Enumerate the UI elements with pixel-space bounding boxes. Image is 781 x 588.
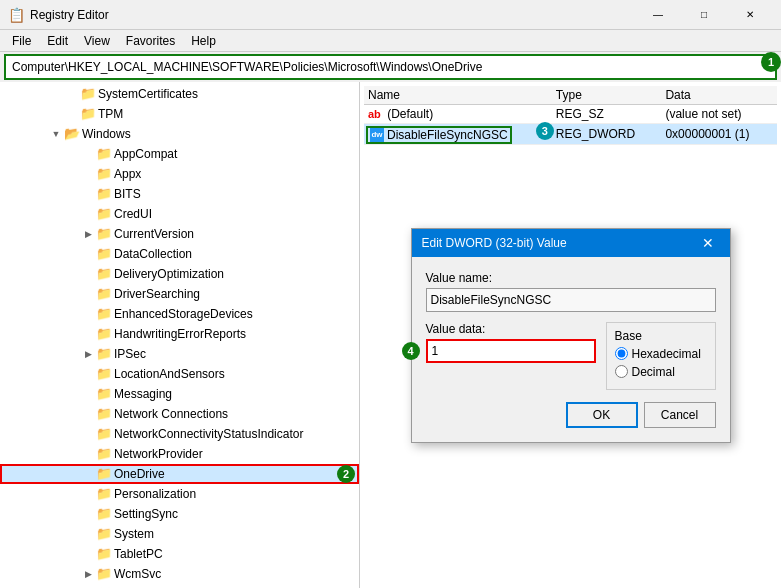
menu-file[interactable]: File bbox=[4, 32, 39, 50]
radio-hexadecimal[interactable]: Hexadecimal bbox=[615, 347, 707, 361]
tree-item-windows[interactable]: ▼ 📂 Windows bbox=[0, 124, 359, 144]
base-group: Base Hexadecimal Decimal bbox=[606, 322, 716, 390]
menu-view[interactable]: View bbox=[76, 32, 118, 50]
expand-icon bbox=[80, 266, 96, 282]
tree-item-locationandsensors[interactable]: 📁 LocationAndSensors bbox=[0, 364, 359, 384]
tree-item-deliveryoptimization[interactable]: 📁 DeliveryOptimization bbox=[0, 264, 359, 284]
tree-item-appcompat[interactable]: 📁 AppCompat bbox=[0, 144, 359, 164]
expand-icon bbox=[80, 406, 96, 422]
expand-icon bbox=[80, 246, 96, 262]
tree-item-networkprovider[interactable]: 📁 NetworkProvider bbox=[0, 444, 359, 464]
close-button[interactable]: ✕ bbox=[727, 0, 773, 30]
expand-icon bbox=[80, 286, 96, 302]
tree-item-personalization[interactable]: 📁 Personalization bbox=[0, 484, 359, 504]
expand-icon bbox=[80, 426, 96, 442]
expand-icon bbox=[80, 326, 96, 342]
folder-icon: 📁 bbox=[80, 86, 96, 102]
folder-icon: 📁 bbox=[80, 106, 96, 122]
tree-item-windows-search[interactable]: 📁 Windows Search bbox=[0, 584, 359, 588]
folder-open-icon: 📂 bbox=[64, 126, 80, 142]
folder-icon: 📁 bbox=[96, 206, 112, 222]
folder-icon: 📁 bbox=[96, 546, 112, 562]
registry-values-panel: Name Type Data ab (Default) REG_SZ (valu… bbox=[360, 82, 781, 588]
folder-icon: 📁 bbox=[96, 526, 112, 542]
expand-icon bbox=[80, 366, 96, 382]
tree-item-bits[interactable]: 📁 BITS bbox=[0, 184, 359, 204]
tree-item-wcmsvc[interactable]: ▶ 📁 WcmSvc bbox=[0, 564, 359, 584]
value-data-input[interactable] bbox=[426, 339, 596, 363]
tree-item-tpm[interactable]: 📁 TPM bbox=[0, 104, 359, 124]
folder-icon: 📁 bbox=[96, 226, 112, 242]
address-path: Computer\HKEY_LOCAL_MACHINE\SOFTWARE\Pol… bbox=[12, 60, 769, 74]
value-name-label: Value name: bbox=[426, 271, 716, 285]
tree-item-networkconnectivitystatusindicator[interactable]: 📁 NetworkConnectivityStatusIndicator bbox=[0, 424, 359, 444]
maximize-button[interactable]: □ bbox=[681, 0, 727, 30]
decimal-label: Decimal bbox=[632, 365, 675, 379]
edit-dword-dialog: Edit DWORD (32-bit) Value ✕ Value name: … bbox=[411, 228, 731, 443]
expand-icon bbox=[80, 546, 96, 562]
expand-icon bbox=[80, 526, 96, 542]
folder-icon: 📁 bbox=[96, 426, 112, 442]
tree-item-settingsync[interactable]: 📁 SettingSync bbox=[0, 504, 359, 524]
window-title: Registry Editor bbox=[30, 8, 109, 22]
address-bar: Computer\HKEY_LOCAL_MACHINE\SOFTWARE\Pol… bbox=[4, 54, 777, 80]
tree-item-tabletpc[interactable]: 📁 TabletPC bbox=[0, 544, 359, 564]
folder-icon: 📁 bbox=[96, 146, 112, 162]
expand-icon: ▶ bbox=[80, 566, 96, 582]
registry-tree[interactable]: 📁 SystemCertificates 📁 TPM ▼ 📂 Windows 📁… bbox=[0, 82, 360, 588]
expand-icon bbox=[80, 446, 96, 462]
window-controls: — □ ✕ bbox=[635, 0, 773, 30]
folder-icon: 📁 bbox=[96, 306, 112, 322]
hexadecimal-radio[interactable] bbox=[615, 347, 628, 360]
main-content: 📁 SystemCertificates 📁 TPM ▼ 📂 Windows 📁… bbox=[0, 82, 781, 588]
decimal-radio[interactable] bbox=[615, 365, 628, 378]
folder-icon: 📁 bbox=[96, 406, 112, 422]
dialog-body: Value name: Value data: 4 Base bbox=[412, 257, 730, 442]
expand-icon bbox=[80, 206, 96, 222]
title-bar: 📋 Registry Editor — □ ✕ bbox=[0, 0, 781, 30]
tree-item-datacollection[interactable]: 📁 DataCollection bbox=[0, 244, 359, 264]
menu-edit[interactable]: Edit bbox=[39, 32, 76, 50]
menu-favorites[interactable]: Favorites bbox=[118, 32, 183, 50]
folder-icon: 📁 bbox=[96, 486, 112, 502]
folder-icon: 📁 bbox=[96, 446, 112, 462]
folder-icon: 📁 bbox=[96, 326, 112, 342]
tree-item-driversearching[interactable]: 📁 DriverSearching bbox=[0, 284, 359, 304]
tree-item-currentversion[interactable]: ▶ 📁 CurrentVersion bbox=[0, 224, 359, 244]
dialog-data-row: Value data: 4 Base Hexadecimal bbox=[426, 322, 716, 390]
tree-item-appx[interactable]: 📁 Appx bbox=[0, 164, 359, 184]
value-name-input[interactable] bbox=[426, 288, 716, 312]
expand-icon: ▶ bbox=[80, 346, 96, 362]
folder-icon: 📁 bbox=[96, 166, 112, 182]
menu-bar: File Edit View Favorites Help bbox=[0, 30, 781, 52]
folder-icon: 📁 bbox=[96, 566, 112, 582]
tree-item-credui[interactable]: 📁 CredUI bbox=[0, 204, 359, 224]
expand-icon: ▼ bbox=[48, 126, 64, 142]
tree-item-system[interactable]: 📁 System bbox=[0, 524, 359, 544]
expand-icon bbox=[80, 186, 96, 202]
tree-item-onedrive[interactable]: 📁 OneDrive bbox=[0, 464, 359, 484]
tree-item-handwritingerrorreports[interactable]: 📁 HandwritingErrorReports bbox=[0, 324, 359, 344]
menu-help[interactable]: Help bbox=[183, 32, 224, 50]
dialog-buttons: OK Cancel bbox=[426, 402, 716, 432]
dialog-close-button[interactable]: ✕ bbox=[696, 231, 720, 255]
tree-item-messaging[interactable]: 📁 Messaging bbox=[0, 384, 359, 404]
folder-icon: 📁 bbox=[96, 466, 112, 482]
ok-button[interactable]: OK bbox=[566, 402, 638, 428]
tree-item-networkconnections[interactable]: 📁 Network Connections bbox=[0, 404, 359, 424]
folder-icon: 📁 bbox=[96, 346, 112, 362]
step-4-badge: 4 bbox=[402, 342, 420, 360]
folder-icon: 📁 bbox=[96, 186, 112, 202]
cancel-button[interactable]: Cancel bbox=[644, 402, 716, 428]
value-data-label: Value data: bbox=[426, 322, 596, 336]
expand-icon bbox=[80, 386, 96, 402]
minimize-button[interactable]: — bbox=[635, 0, 681, 30]
app-icon: 📋 bbox=[8, 7, 24, 23]
radio-decimal[interactable]: Decimal bbox=[615, 365, 707, 379]
tree-item-systemcertificates[interactable]: 📁 SystemCertificates bbox=[0, 84, 359, 104]
tree-item-enhancedstoragedevices[interactable]: 📁 EnhancedStorageDevices bbox=[0, 304, 359, 324]
base-label: Base bbox=[615, 329, 707, 343]
tree-item-ipsec[interactable]: ▶ 📁 IPSec bbox=[0, 344, 359, 364]
dialog-title: Edit DWORD (32-bit) Value bbox=[422, 236, 696, 250]
expand-icon bbox=[80, 486, 96, 502]
